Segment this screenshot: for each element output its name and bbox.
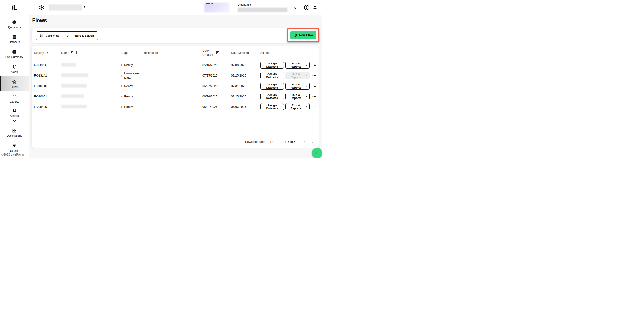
sidebar: /L Questions Datasets Run Summary Alerts… xyxy=(0,0,29,158)
assign-datasets-button[interactable]: Assign Datasets xyxy=(260,93,284,100)
more-actions-button[interactable]: ••• xyxy=(312,74,316,77)
sidebar-item-label: Questions xyxy=(8,25,21,29)
assign-datasets-button[interactable]: Assign Datasets xyxy=(260,103,284,110)
more-actions-button[interactable]: ••• xyxy=(312,84,316,88)
compass-icon xyxy=(12,20,17,24)
assign-datasets-button[interactable]: Assign Datasets xyxy=(260,72,284,79)
view-toggle-group: Card View Filters & Search xyxy=(36,31,98,40)
stage-cell: Ready xyxy=(120,94,143,99)
sidebar-item-run-summary[interactable]: Run Summary xyxy=(0,46,29,61)
caret-down-icon: ▾ xyxy=(274,141,275,143)
assign-datasets-button[interactable]: Assign Datasets xyxy=(260,83,284,90)
sidebar-item-label: Flows xyxy=(10,85,18,88)
redacted-name xyxy=(61,84,87,88)
pagination-range: 1–5 of 5 xyxy=(284,140,295,144)
table-row: F-010718 Ready 06/27/2025 07/31/2025 Ass… xyxy=(34,81,316,91)
toolbar-card: Card View Filters & Search xyxy=(32,28,319,43)
stage-cell: Ready xyxy=(120,105,143,109)
run-reports-button-disabled: Run & Reports▾ xyxy=(286,72,310,79)
previous-page-button[interactable]: ‹ xyxy=(303,139,305,145)
app-window: ▼ Organization ? /L Questions Datasets xyxy=(0,0,322,158)
more-actions-button[interactable]: ••• xyxy=(312,105,316,109)
sort-bars-icon xyxy=(71,51,74,54)
sidebar-item-questions[interactable]: Questions xyxy=(0,16,29,31)
annotation-highlight-box: New Flow xyxy=(287,28,319,42)
destinations-icon xyxy=(12,128,17,133)
stage-cell: Ready xyxy=(120,63,143,67)
run-reports-button[interactable]: Run & Reports▾ xyxy=(286,83,310,90)
page-title: Flows xyxy=(32,17,47,23)
access-icon xyxy=(12,108,17,113)
table-row: F-013141 Unassigned Data 07/25/2025 07/2… xyxy=(34,70,316,81)
sidebar-item-datasets[interactable]: Datasets xyxy=(0,31,29,46)
column-header-date-created[interactable]: Date Created xyxy=(202,49,231,57)
top-bar: ▼ Organization ? xyxy=(29,0,322,15)
run-reports-button[interactable]: Run & Reports▾ xyxy=(286,62,310,69)
sidebar-item-flows[interactable]: Flows xyxy=(0,76,29,91)
organization-select[interactable]: Organization xyxy=(234,2,300,13)
user-account-button[interactable] xyxy=(312,4,318,10)
filters-search-button[interactable]: Filters & Search xyxy=(63,31,98,40)
sidebar-item-label: Exports xyxy=(10,100,19,103)
filter-icon xyxy=(67,34,71,38)
status-dot-unassigned xyxy=(120,75,122,77)
more-actions-button[interactable]: ••• xyxy=(312,95,316,98)
flow-selector-caret-icon[interactable]: ▼ xyxy=(84,5,86,8)
column-header-date-modified: Date Motified xyxy=(231,51,260,54)
cell-date-modified: 07/08/2025 xyxy=(231,63,260,67)
table-row: F-010661 Ready 06/26/2025 07/25/2025 Ass… xyxy=(34,91,316,102)
assign-datasets-button[interactable]: Assign Datasets xyxy=(260,62,284,69)
redacted-name xyxy=(61,73,88,77)
question-mark-icon: ? xyxy=(306,6,308,9)
redacted-name xyxy=(61,94,84,98)
sidebar-item-alerts[interactable]: Alerts xyxy=(0,61,29,76)
sidebar-item-label: Destinations xyxy=(7,134,22,137)
card-view-button[interactable]: Card View xyxy=(36,31,63,40)
next-page-button[interactable]: › xyxy=(311,139,313,145)
cell-display-id: F-008409 xyxy=(34,105,61,108)
bell-icon xyxy=(12,64,17,69)
run-reports-button[interactable]: Run & Reports▾ xyxy=(286,93,310,100)
new-flow-label: New Flow xyxy=(299,33,313,37)
cell-date-modified: 07/31/2025 xyxy=(231,84,260,88)
cell-display-id: F-013141 xyxy=(34,74,61,77)
sidebar-item-exports[interactable]: Exports xyxy=(0,91,29,106)
column-header-name[interactable]: Name xyxy=(61,51,120,54)
more-actions-button[interactable]: ••• xyxy=(312,63,316,67)
sort-bars-icon xyxy=(216,51,219,54)
table-row: F-008266 Ready 05/16/2025 07/08/2025 Ass… xyxy=(34,60,316,70)
cell-display-id: F-010661 xyxy=(34,95,61,98)
table-row: F-008409 Ready 05/21/2025 06/03/2025 Ass… xyxy=(34,102,316,112)
cell-date-created: 06/26/2025 xyxy=(202,95,231,98)
grid-view-icon xyxy=(40,34,44,38)
organization-redacted-value xyxy=(238,8,287,12)
new-flow-button[interactable]: New Flow xyxy=(290,31,316,39)
run-reports-button[interactable]: Run & Reports▾ xyxy=(286,103,310,110)
redacted-link[interactable] xyxy=(206,3,210,4)
flow-selector-redacted-value[interactable] xyxy=(49,4,82,10)
flow-hub-icon xyxy=(39,4,45,10)
help-button[interactable]: ? xyxy=(304,5,309,10)
sidebar-item-destinations[interactable]: Destinations xyxy=(0,125,29,140)
cell-date-modified: 07/25/2025 xyxy=(231,95,260,98)
caret-down-icon: ▾ xyxy=(306,64,307,66)
caret-down-icon: ▾ xyxy=(306,95,307,97)
caret-down-icon: ▾ xyxy=(306,85,307,87)
pagination-bar: Rows per page: 12 ▾ 1–5 of 5 ‹ › xyxy=(34,136,316,148)
cell-date-created: 05/16/2025 xyxy=(202,63,231,67)
rows-per-page-select[interactable]: 12 ▾ xyxy=(270,140,275,144)
cell-date-modified: 07/25/2025 xyxy=(231,74,260,77)
column-header-actions: Actions xyxy=(260,51,316,54)
card-view-label: Card View xyxy=(46,34,59,37)
sidebar-item-label: Run Summary xyxy=(6,55,23,58)
expand-chevron-icon[interactable] xyxy=(12,118,17,123)
sidebar-item-access[interactable]: Access xyxy=(0,106,29,125)
cell-display-id: F-010718 xyxy=(34,84,61,88)
sort-arrow-down-icon xyxy=(75,51,78,54)
sidebar-nav: Questions Datasets Run Summary Alerts Fl… xyxy=(0,16,29,155)
column-header-display-id: Display ID xyxy=(34,51,61,54)
sidebar-item-label: Access xyxy=(10,114,19,117)
details-icon xyxy=(12,143,17,148)
column-header-stage: Stage xyxy=(120,51,143,54)
liveramp-fab-button[interactable]: /L xyxy=(312,148,322,158)
